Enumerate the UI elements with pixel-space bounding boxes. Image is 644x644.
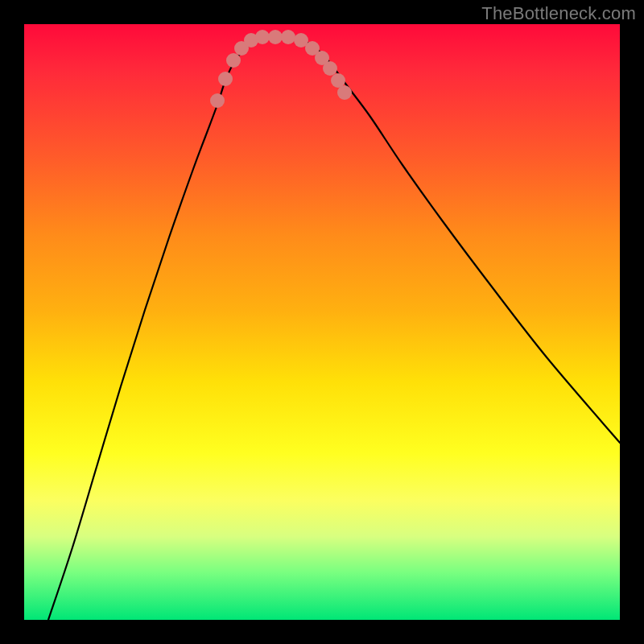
chart-stage: TheBottleneck.com xyxy=(0,0,644,644)
curve-marker xyxy=(323,61,337,76)
curve-marker xyxy=(210,93,225,108)
chart-svg xyxy=(24,24,620,620)
curve-marker xyxy=(226,53,241,68)
curve-marker xyxy=(281,30,295,44)
bottleneck-curve xyxy=(48,35,620,620)
curve-marker xyxy=(337,85,352,100)
curve-marker xyxy=(268,30,283,44)
curve-marker xyxy=(255,30,270,44)
chart-plot-area xyxy=(24,24,620,620)
curve-marker xyxy=(218,72,233,86)
watermark-text: TheBottleneck.com xyxy=(481,3,636,24)
